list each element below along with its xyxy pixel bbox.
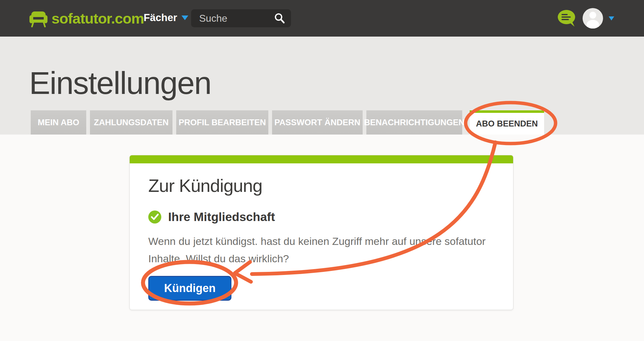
cancellation-text-line-2: Inhalte. Willst du das wirklich? — [148, 250, 494, 267]
card-title: Zur Kündigung — [148, 175, 494, 196]
header-right-controls — [557, 8, 614, 29]
checkmark-circle-icon — [148, 210, 161, 224]
user-avatar[interactable] — [583, 8, 603, 29]
membership-heading: Ihre Mitgliedschaft — [168, 210, 275, 224]
logo-text: sofatutor.com — [51, 10, 144, 27]
nav-subjects-menu[interactable]: Fächer — [144, 12, 188, 24]
chat-bubble-icon[interactable] — [557, 9, 577, 28]
settings-header-band: Einstellungen MEIN ABO ZAHLUNGSDATEN PRO… — [0, 37, 644, 135]
sofatutor-logo[interactable]: sofatutor.com — [29, 9, 144, 27]
page-title: Einstellungen — [29, 65, 211, 101]
top-navbar: sofatutor.com Fächer — [0, 0, 644, 37]
account-menu-caret-icon[interactable] — [609, 16, 614, 20]
cancel-subscription-button[interactable]: Kündigen — [148, 276, 231, 301]
tab-zahlungsdaten[interactable]: ZAHLUNGSDATEN — [90, 110, 172, 135]
search-bar — [191, 9, 291, 27]
card-accent-bar — [130, 155, 513, 163]
avatar-bust — [587, 20, 599, 29]
tab-content-area: Zur Kündigung Ihre Mitgliedschaft Wenn d… — [0, 135, 644, 341]
settings-tabs: MEIN ABO ZAHLUNGSDATEN PROFIL BEARBEITEN… — [31, 110, 544, 135]
settings-page: sofatutor.com Fächer — [0, 0, 644, 341]
tab-benachrichtigungen[interactable]: BENACHRICHTIGUNGEN — [366, 110, 462, 135]
tab-abo-beenden[interactable]: ABO BEENDEN — [470, 110, 544, 135]
search-icon — [274, 12, 285, 24]
card-body: Zur Kündigung Ihre Mitgliedschaft Wenn d… — [130, 163, 513, 301]
tab-mein-abo[interactable]: MEIN ABO — [31, 110, 86, 135]
nav-subjects-label: Fächer — [144, 12, 177, 24]
tab-passwort-aendern[interactable]: PASSWORT ÄNDERN — [272, 110, 363, 135]
tab-profil-bearbeiten[interactable]: PROFIL BEARBEITEN — [176, 110, 268, 135]
search-input[interactable] — [199, 13, 274, 24]
chevron-down-icon — [181, 16, 188, 20]
search-button[interactable] — [274, 12, 285, 24]
sofa-couch-icon — [29, 9, 48, 27]
cancellation-text-line-1: Wenn du jetzt kündigst. hast du keinen Z… — [148, 232, 494, 250]
cancellation-card: Zur Kündigung Ihre Mitgliedschaft Wenn d… — [129, 155, 513, 310]
membership-status-row: Ihre Mitgliedschaft — [148, 210, 494, 224]
avatar-head — [589, 12, 596, 19]
